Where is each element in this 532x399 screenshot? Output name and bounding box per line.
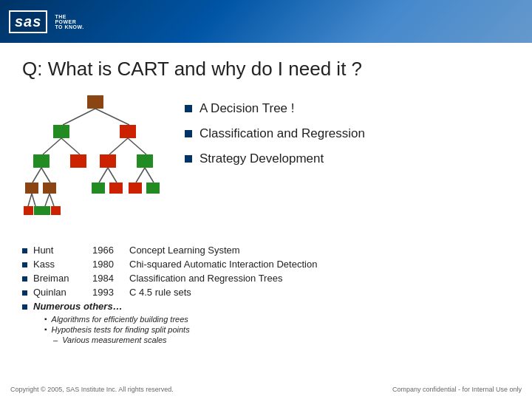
- sub-bullet-text-1: Algorithms for efficiently building tree…: [52, 315, 188, 324]
- table-row-quinlan: Quinlan 1993 C 4.5 rule sets: [22, 287, 510, 298]
- svg-line-21: [136, 168, 145, 183]
- row-name-4: Quinlan: [33, 287, 92, 298]
- svg-line-6: [61, 138, 80, 154]
- row-bullet-2: [22, 262, 27, 267]
- main-content: Q: What is CART and why do I need it ?: [0, 43, 532, 355]
- row-year-2: 1980: [92, 259, 129, 270]
- footer-right: Company confidential - for Internal Use …: [392, 386, 522, 393]
- page-title: Q: What is CART and why do I need it ?: [22, 58, 510, 81]
- row-year-3: 1984: [92, 273, 129, 284]
- svg-line-22: [145, 168, 154, 183]
- svg-line-17: [99, 168, 108, 183]
- svg-line-26: [32, 194, 35, 206]
- bullet-square-2: [185, 130, 192, 137]
- svg-rect-32: [51, 206, 61, 215]
- svg-rect-27: [24, 206, 33, 215]
- bullet-item-1: A Decision Tree !: [185, 101, 510, 116]
- decision-tree-area: [22, 94, 170, 230]
- svg-rect-16: [43, 183, 56, 194]
- sas-tagline: THE POWER TO KNOW.: [55, 14, 83, 30]
- svg-rect-15: [25, 183, 38, 194]
- svg-rect-12: [137, 154, 153, 168]
- svg-line-18: [108, 168, 117, 183]
- header-bar: sas THE POWER TO KNOW.: [0, 0, 532, 43]
- table-row-hunt: Hunt 1966 Concept Learning System: [22, 245, 510, 256]
- svg-rect-23: [129, 183, 142, 194]
- bullet-text-1: A Decision Tree !: [200, 101, 295, 116]
- bullets-section: A Decision Tree ! Classification and Reg…: [185, 94, 510, 230]
- svg-line-29: [45, 194, 50, 206]
- svg-line-30: [50, 194, 54, 206]
- svg-rect-19: [92, 183, 105, 194]
- bullet-square-1: [185, 105, 192, 112]
- svg-rect-7: [33, 154, 50, 168]
- table-section: Hunt 1966 Concept Learning System Kass 1…: [22, 245, 510, 344]
- svg-rect-8: [70, 154, 86, 168]
- row-desc-4: C 4.5 rule sets: [129, 287, 191, 298]
- svg-rect-3: [53, 125, 69, 138]
- row-desc-2: Chi-squared Automatic Interaction Detect…: [129, 259, 317, 270]
- sub-sub-bullet-1: Various measurement scales: [53, 335, 510, 344]
- row-name-2: Kass: [33, 259, 92, 270]
- row-name-5: Numerous others…: [33, 301, 123, 312]
- svg-rect-4: [120, 125, 136, 138]
- row-desc-1: Concept Learning System: [129, 245, 240, 256]
- row-name-3: Breiman: [33, 273, 92, 284]
- decision-tree-svg: [22, 94, 170, 227]
- tagline-line3: TO KNOW.: [55, 24, 83, 30]
- row-bullet-4: [22, 290, 27, 296]
- row-name-1: Hunt: [33, 245, 92, 256]
- row-desc-3: Classification and Regression Trees: [129, 273, 282, 284]
- svg-line-9: [109, 138, 128, 154]
- bullet-text-2: Classification and Regression: [200, 126, 365, 141]
- bullet-item-3: Strategy Development: [185, 151, 510, 166]
- svg-line-5: [43, 138, 61, 154]
- table-row-kass: Kass 1980 Chi-squared Automatic Interact…: [22, 259, 510, 270]
- sas-logo: sas THE POWER TO KNOW.: [9, 10, 84, 33]
- svg-rect-11: [100, 154, 116, 168]
- bullet-item-2: Classification and Regression: [185, 126, 510, 141]
- svg-line-10: [128, 138, 146, 154]
- tagline-line1: THE: [55, 14, 83, 19]
- svg-line-1: [63, 109, 95, 125]
- sub-bullets-section: Algorithms for efficiently building tree…: [44, 315, 510, 344]
- svg-line-2: [95, 109, 129, 125]
- bullet-square-3: [185, 155, 192, 163]
- table-row-breiman: Breiman 1984 Classification and Regressi…: [22, 273, 510, 284]
- footer-left: Copyright © 2005, SAS Institute Inc. All…: [10, 386, 174, 393]
- table-row-numerous: Numerous others…: [22, 301, 510, 312]
- row-bullet-3: [22, 276, 27, 282]
- sas-text: sas: [15, 13, 41, 30]
- footer: Copyright © 2005, SAS Institute Inc. All…: [0, 386, 532, 393]
- tagline-line2: POWER: [55, 19, 83, 24]
- svg-rect-0: [87, 95, 103, 109]
- svg-line-25: [28, 194, 32, 206]
- bullet-text-3: Strategy Development: [200, 151, 324, 166]
- content-area: A Decision Tree ! Classification and Reg…: [22, 94, 510, 230]
- row-year-4: 1993: [92, 287, 129, 298]
- sub-sub-bullet-text-1: Various measurement scales: [62, 335, 166, 344]
- row-year-1: 1966: [92, 245, 129, 256]
- sub-bullet-text-2: Hypothesis tests for finding split point…: [52, 325, 190, 334]
- svg-line-13: [33, 168, 41, 183]
- svg-rect-20: [109, 183, 123, 194]
- sub-bullet-2: Hypothesis tests for finding split point…: [44, 325, 510, 334]
- svg-rect-24: [146, 183, 160, 194]
- sub-bullet-1: Algorithms for efficiently building tree…: [44, 315, 510, 324]
- row-bullet-1: [22, 248, 27, 253]
- logo-box: sas: [9, 10, 47, 33]
- svg-line-14: [41, 168, 50, 183]
- svg-rect-31: [41, 206, 50, 215]
- row-bullet-5: [22, 304, 27, 310]
